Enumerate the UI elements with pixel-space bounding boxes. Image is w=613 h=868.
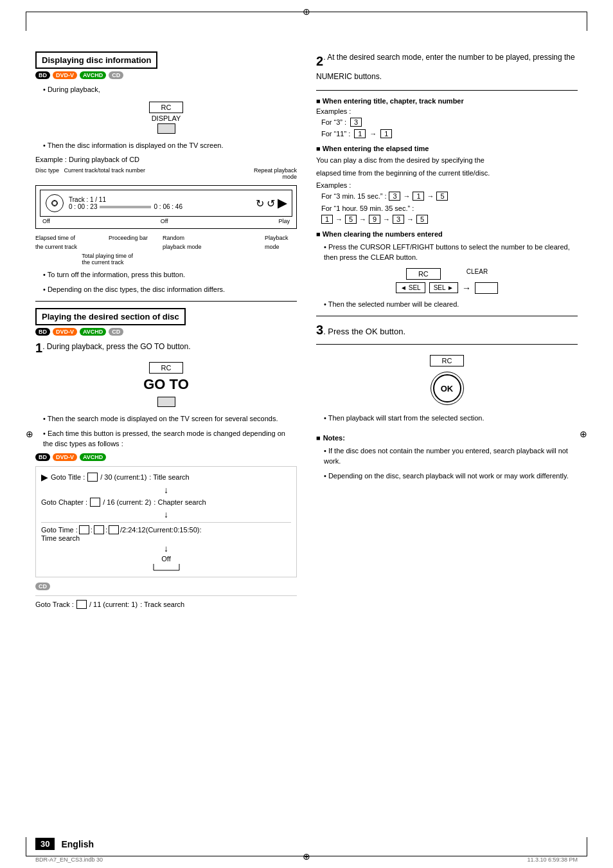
- disc-type-label: Disc type Current track/total track numb…: [35, 167, 145, 180]
- notes-bullet2: Depending on the disc, search playback w…: [324, 471, 578, 482]
- goto-chapter-type: : Chapter search: [154, 498, 206, 506]
- cd-display-diagram: Disc type Current track/total track numb…: [35, 167, 297, 266]
- step3-number: 3: [316, 323, 323, 337]
- rc-box2: RC: [149, 362, 184, 374]
- track-line: Track : 1 / 11: [69, 196, 251, 203]
- track-input-box: [76, 600, 87, 609]
- play-label: Play: [278, 218, 290, 224]
- clear-input-box: [475, 282, 498, 294]
- rc-box: RC: [149, 102, 184, 113]
- notes-section: ■Notes: If the disc does not contain the…: [316, 434, 578, 482]
- total-label: Total playing time of the current track: [35, 253, 297, 266]
- sel-row: ◄ SEL SEL ► →: [396, 282, 498, 294]
- goto-text: GO TO: [143, 376, 189, 393]
- rc-box4: RC: [430, 355, 465, 366]
- goto-title-row: ▶ Goto Title : / 30 (current:1) : Title …: [41, 472, 291, 482]
- repeat-icon: ↻: [256, 197, 264, 210]
- badge-cd: CD: [109, 71, 123, 79]
- arrow1: →: [403, 192, 410, 200]
- bullet-turn-off: To turn off the information, press this …: [43, 269, 297, 280]
- goto-time-section: Goto Time : : : /2:24:12(Current:0:15:50…: [41, 522, 291, 542]
- clear-rc-row: RC CLEAR: [316, 268, 578, 280]
- for11-label: For “11” :: [321, 130, 350, 138]
- ok-button: OK: [433, 374, 461, 402]
- for3-val: 3: [350, 118, 362, 127]
- section2-badges: BD DVD-V AVCHD CD: [35, 328, 297, 336]
- badge-cd3: CD: [35, 583, 50, 590]
- goto-chapter-val: / 16 (current: 2): [103, 498, 151, 506]
- subsection1-title: When entering title, chapter, track numb…: [316, 97, 578, 105]
- bullet-during-playback: During playback,: [43, 84, 297, 95]
- bullet-disc-types: Depending on the disc types, the disc in…: [43, 284, 297, 295]
- for3-label: For “3” :: [321, 118, 346, 126]
- ok-diagram: RC OK: [316, 355, 578, 402]
- arrow-down1: ↓: [41, 485, 291, 495]
- clear-diagram: RC CLEAR ◄ SEL SEL ► →: [316, 268, 578, 294]
- subsection2-title: When entering the elapsed time: [316, 145, 578, 152]
- page-number-bar: 30 English: [35, 838, 94, 850]
- bullet-search-change: Each time this button is pressed, the se…: [43, 428, 297, 449]
- subsection2-body1: You can play a disc from the desired by …: [316, 155, 578, 166]
- time-h1: [79, 525, 89, 534]
- right-column: 2. At the desired search mode, enter the…: [316, 51, 578, 829]
- goto-rc-diagram: RC GO TO: [35, 362, 297, 407]
- badge-bd2: BD: [35, 328, 50, 336]
- for3min-5: 5: [436, 192, 448, 201]
- disc-icon: [46, 194, 64, 212]
- seq-5: 5: [345, 215, 357, 224]
- divider-after-step3: [316, 344, 578, 345]
- for1hr-seq: 1 → 5 → 9 → 3 → 5: [321, 215, 578, 224]
- chapter-input-box: [90, 498, 100, 507]
- for11-row: For “11” : 1 → 1: [321, 129, 578, 138]
- page-language: English: [61, 839, 94, 849]
- border-corner-tr: [587, 12, 587, 31]
- badge-dvdv2: DVD-V: [53, 328, 77, 336]
- clearing-bullet2: Then the selected number will be cleared…: [324, 299, 578, 310]
- goto-button: [157, 397, 175, 407]
- for3-row: For “3” : 3: [321, 118, 578, 127]
- registration-mark-left: ⊕: [26, 429, 33, 439]
- step2-number: 2: [316, 54, 323, 68]
- elapsed-label: Elapsed time ofthe current track: [35, 234, 106, 251]
- subsection3-title: When clearing the numbers entered: [316, 230, 578, 238]
- repeat-label: Repeat playbackmode: [254, 167, 297, 180]
- badge-dvdv3: DVD-V: [53, 453, 77, 461]
- rc-col: RC: [406, 268, 441, 280]
- arrow-down2: ↓: [41, 509, 291, 520]
- step2-line: 2. At the desired search mode, enter the…: [316, 51, 578, 84]
- goto-title-label: Goto Title :: [51, 473, 85, 481]
- display-label: DISPLAY: [152, 114, 181, 122]
- bd-badges: BD DVD-V AVCHD: [35, 453, 297, 461]
- section-divider: [35, 301, 297, 302]
- step3-text: . Press the OK button.: [323, 327, 405, 336]
- off-label2: Off: [161, 218, 168, 224]
- step1-number: 1: [35, 341, 42, 355]
- subsection2-body2: elapsed time from the beginning of the c…: [316, 168, 578, 179]
- random-label: Randomplayback mode: [163, 234, 262, 251]
- for1hr-label: For “1 hour. 59 min. 35 sec.” :: [321, 204, 414, 212]
- for3min-1: 1: [413, 192, 424, 201]
- badge-bd3: BD: [35, 453, 50, 461]
- repeat2-icon: ↺: [267, 197, 275, 210]
- bullet-search-mode: Then the search mode is displayed on the…: [43, 413, 297, 424]
- for3min-row: For “3 min. 15 sec.” : 3 → 1 → 5: [321, 192, 578, 201]
- seq-1: 1: [321, 215, 333, 224]
- goto-title-val: / 30 (current:1): [100, 473, 147, 481]
- seq-3: 3: [393, 215, 404, 224]
- step2-text: . At the desired search mode, enter the …: [316, 53, 575, 81]
- footer: BDR-A7_EN_CS3.indb 30 11.3.10 6:59:38 PM: [35, 856, 578, 863]
- bullet-tv-screen: Then the disc information is displayed o…: [43, 140, 297, 151]
- arrow2: →: [427, 192, 434, 200]
- notes-title-text: Notes:: [323, 434, 345, 442]
- goto-mode-table: ▶ Goto Title : / 30 (current:1) : Title …: [35, 466, 297, 577]
- clear-label: CLEAR: [466, 268, 488, 275]
- seq-5b: 5: [416, 215, 428, 224]
- playback-mode-label: Playbackmode: [265, 234, 297, 251]
- badge-dvdv: DVD-V: [53, 71, 77, 79]
- time-h2: [94, 525, 104, 534]
- progress-bar: [100, 206, 151, 208]
- page-number: 30: [35, 838, 55, 850]
- section2-title: Playing the desired section of disc: [35, 308, 186, 325]
- examples2-label: Examples :: [316, 181, 578, 189]
- arrow-right: →: [462, 283, 471, 293]
